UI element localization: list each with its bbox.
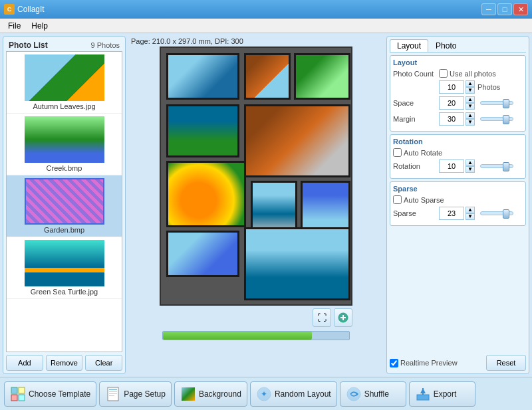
margin-slider[interactable] <box>480 117 513 121</box>
photo-count-down[interactable]: ▼ <box>466 87 475 94</box>
background-button[interactable]: Background <box>174 381 247 407</box>
list-item-selected[interactable]: Garden.bmp <box>7 175 122 237</box>
margin-up[interactable]: ▲ <box>466 112 475 119</box>
tab-photo[interactable]: Photo <box>428 39 464 52</box>
space-down[interactable]: ▼ <box>466 103 475 110</box>
auto-rotate-label[interactable]: Auto Rotate <box>393 148 442 157</box>
collage-photo-5 <box>244 104 350 177</box>
margin-down[interactable]: ▼ <box>466 119 475 126</box>
maximize-button[interactable]: □ <box>497 3 512 15</box>
space-slider-thumb <box>503 99 509 108</box>
sparse-down[interactable]: ▼ <box>466 213 475 220</box>
export-button[interactable]: Export <box>409 381 475 407</box>
photo-list-scroll[interactable]: Autumn Leaves.jpg Creek.bmp Garden.bmp G… <box>6 51 122 352</box>
clear-button[interactable]: Clear <box>85 355 122 371</box>
space-up[interactable]: ▲ <box>466 96 475 103</box>
svg-text:✦: ✦ <box>261 389 267 399</box>
photo-count-row: Photo Count Use all photos <box>393 69 523 78</box>
svg-rect-9 <box>109 391 117 392</box>
choose-template-button[interactable]: Choose Template <box>4 381 96 407</box>
svg-rect-4 <box>19 387 25 393</box>
list-item[interactable]: Green Sea Turtle.jpg <box>7 237 122 299</box>
space-spinner: ▲ ▼ <box>439 96 475 110</box>
add-button[interactable]: Add <box>6 355 43 371</box>
collage-photo-6 <box>166 161 246 227</box>
photo-thumbnail <box>25 54 104 101</box>
space-label: Space <box>393 99 436 107</box>
fit-view-button[interactable]: ⛶ <box>313 308 331 327</box>
rotation-down[interactable]: ▼ <box>466 166 475 173</box>
panel-tabs: Layout Photo <box>390 39 526 52</box>
random-layout-button[interactable]: ✦ Random Layout <box>250 381 337 407</box>
menu-help[interactable]: Help <box>26 20 53 32</box>
close-button[interactable]: ✕ <box>513 3 528 15</box>
sparse-input[interactable] <box>439 207 464 220</box>
title-bar: C CollagIt ─ □ ✕ <box>0 0 532 19</box>
svg-rect-18 <box>417 395 429 400</box>
page-setup-icon <box>105 386 121 402</box>
auto-rotate-checkbox[interactable] <box>393 148 402 157</box>
add-photo-button[interactable] <box>334 308 352 327</box>
space-input[interactable] <box>439 96 464 110</box>
space-row: Space ▲ ▼ <box>393 96 523 110</box>
photo-count-up[interactable]: ▲ <box>466 80 475 87</box>
progress-bar-track <box>162 331 350 340</box>
list-item[interactable]: Autumn Leaves.jpg <box>7 52 122 114</box>
reset-button[interactable]: Reset <box>486 355 526 371</box>
rotation-label: Rotation <box>393 162 436 170</box>
margin-input[interactable] <box>439 112 464 126</box>
menu-file[interactable]: File <box>3 20 26 32</box>
realtime-preview-label[interactable]: Realtime Preview <box>390 359 458 367</box>
photo-count-spinner: ▲ ▼ Photos <box>439 80 500 94</box>
rotation-slider-thumb <box>503 162 509 171</box>
svg-rect-3 <box>11 387 17 393</box>
rotation-up[interactable]: ▲ <box>466 159 475 166</box>
background-label: Background <box>199 389 241 399</box>
rotation-section-title: Rotation <box>393 138 523 146</box>
photo-count-input[interactable] <box>439 80 464 94</box>
svg-rect-6 <box>19 395 25 401</box>
rotation-slider[interactable] <box>480 164 513 168</box>
collage-photo-10 <box>244 227 350 300</box>
rotation-spinner: ▲ ▼ <box>439 159 475 173</box>
use-all-label[interactable]: Use all photos <box>439 69 496 78</box>
photos-unit-label: Photos <box>477 83 500 91</box>
tab-layout[interactable]: Layout <box>390 39 428 52</box>
remove-button[interactable]: Remove <box>46 355 83 371</box>
sparse-slider[interactable] <box>480 211 513 215</box>
export-label: Export <box>434 389 457 399</box>
right-panel: Layout Photo Layout Photo Count Use all … <box>386 36 529 374</box>
space-slider[interactable] <box>480 101 513 105</box>
use-all-checkbox[interactable] <box>439 69 448 78</box>
minimize-button[interactable]: ─ <box>481 3 496 15</box>
shuffle-label: Shuffle <box>364 389 389 399</box>
sparse-up[interactable]: ▲ <box>466 207 475 213</box>
realtime-row: Realtime Preview Reset <box>390 355 526 371</box>
background-icon <box>180 386 196 402</box>
progress-bar-fill <box>163 332 312 340</box>
photo-count-value-row: ▲ ▼ Photos <box>393 80 523 94</box>
collage-canvas <box>160 47 352 306</box>
photo-label: Garden.bmp <box>9 226 119 234</box>
photo-list-panel: Photo List 9 Photos Autumn Leaves.jpg Cr… <box>3 36 126 374</box>
list-item[interactable]: Creek.bmp <box>7 114 122 175</box>
main-content: Photo List 9 Photos Autumn Leaves.jpg Cr… <box>0 33 532 377</box>
rotation-input[interactable] <box>439 159 464 173</box>
photo-count: 9 Photos <box>91 41 122 49</box>
svg-rect-10 <box>109 393 117 394</box>
auto-sparse-checkbox[interactable] <box>393 195 402 204</box>
margin-row: Margin ▲ ▼ <box>393 112 523 126</box>
collage-photo-2 <box>244 53 291 100</box>
sparse-spinner-btns: ▲ ▼ <box>466 207 475 220</box>
photo-label: Green Sea Turtle.jpg <box>9 288 119 296</box>
page-setup-button[interactable]: Page Setup <box>99 381 172 407</box>
shuffle-button[interactable]: Shuffle <box>340 381 406 407</box>
random-layout-label: Random Layout <box>275 389 331 399</box>
page-setup-label: Page Setup <box>124 389 166 399</box>
realtime-preview-checkbox[interactable] <box>390 359 398 367</box>
margin-spinner: ▲ ▼ <box>439 112 475 126</box>
shuffle-icon <box>346 386 362 402</box>
photo-label: Creek.bmp <box>9 164 119 172</box>
auto-sparse-row: Auto Sparse <box>393 195 523 204</box>
auto-sparse-label[interactable]: Auto Sparse <box>393 195 444 204</box>
